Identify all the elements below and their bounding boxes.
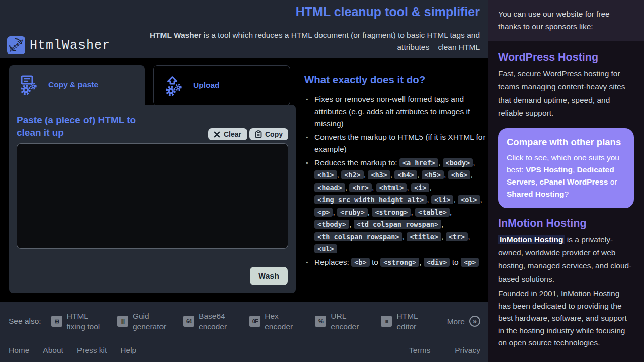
tab-copy-paste[interactable]: Copy & paste [9, 65, 145, 105]
text: ? [565, 190, 569, 198]
code-tag-chip: <ol> [458, 195, 480, 204]
paste-heading: Paste (a piece of) HTML to clean it up [17, 114, 157, 139]
text: Reduces the markup to: [314, 158, 399, 167]
wash-list-item: Replaces: <b> to <strong>, <div> to <p> [314, 256, 488, 269]
see-also-link-guid-generator[interactable]: |||Guid generator [117, 311, 173, 332]
url-encoder-icon: % [315, 316, 326, 327]
code-tag-chip: <html> [376, 183, 407, 192]
footer-link-press-kit[interactable]: Press kit [77, 346, 107, 355]
text: , [450, 208, 452, 216]
see-also-link-label: HTML editor [396, 311, 437, 332]
code-tag-chip: <head> [314, 183, 345, 192]
code-tag-chip: <td colspan rowspan> [354, 220, 442, 229]
footer-link-help[interactable]: Help [120, 346, 136, 355]
text: Converts the markup to HTML5 (if it is X… [314, 133, 486, 154]
bold-text: VPS Hosting [526, 165, 573, 174]
footer-link-about[interactable]: About [43, 346, 63, 355]
hex-encoder-icon: 0F [249, 316, 260, 327]
code-tag-chip: <li> [431, 195, 454, 204]
paste-panel: Paste (a piece of) HTML to clean it up C… [9, 105, 296, 293]
code-tag-chip: <h1> [314, 170, 337, 179]
see-also-link-label: Hex encoder [265, 311, 305, 332]
see-also-link-label: Base64 encoder [199, 311, 239, 332]
code-tag-chip: <p> [314, 208, 333, 217]
html-editor-icon: ≡ [381, 316, 392, 327]
code-tag-chip: <p> [461, 258, 479, 267]
html-fixing-tool-icon: ⊞ [51, 316, 62, 327]
text: , [407, 183, 411, 192]
code-tag-chip: <ruby> [337, 208, 368, 217]
code-tag-chip: <body> [443, 158, 473, 167]
text: or [608, 177, 617, 186]
inmotion-paragraph-1: InMotion Hosting is a privately-owned, w… [498, 233, 634, 286]
see-also-link-hex-encoder[interactable]: 0FHex encoder [249, 311, 305, 332]
wordpress-hosting-heading[interactable]: WordPress Hosting [498, 51, 634, 64]
see-also-link-more[interactable]: More» [447, 316, 480, 327]
copy-button[interactable]: Copy [249, 128, 288, 140]
code-tag-chip: <tr> [446, 232, 468, 241]
code-tag-chip: <hr> [349, 183, 372, 192]
text: , [429, 183, 431, 192]
inmotion-hosting-heading[interactable]: InMotion Hosting [498, 217, 634, 230]
footer-nav: HomeAboutPress kitHelpTermsPrivacy [9, 346, 480, 355]
tab-upload-label: Upload [193, 81, 220, 90]
footer-link-terms[interactable]: Terms [409, 346, 430, 355]
panel-buttons: Clear Copy [208, 128, 288, 140]
footer-link-privacy[interactable]: Privacy [455, 346, 480, 355]
see-also-link-html-fixing-tool[interactable]: ⊞HTML fixing tool [51, 311, 107, 332]
copy-paste-gears-icon [18, 75, 40, 95]
guid-generator-icon: ||| [117, 316, 128, 327]
clear-button-label: Clear [224, 130, 242, 138]
bold-text: Shared Hosting [507, 190, 565, 198]
text: , [364, 170, 368, 179]
site-description: HTML Washer is a tool which reduces a HT… [123, 29, 480, 53]
text: , [473, 158, 475, 167]
see-also-link-html-editor[interactable]: ≡HTML editor [381, 311, 437, 332]
text: , [441, 232, 446, 241]
copy-button-label: Copy [265, 130, 283, 138]
footer-link-home[interactable]: Home [9, 346, 29, 355]
code-tag-chip: <b> [351, 258, 369, 267]
footer: See also: ⊞HTML fixing tool|||Guid gener… [0, 302, 488, 362]
logo[interactable]: <html> HtmlWasher [7, 36, 110, 54]
code-tag-chip: <strong> [372, 208, 411, 217]
code-tag-chip: <img src width height alt> [314, 195, 427, 204]
tab-upload[interactable]: Upload [153, 65, 290, 106]
code-tag-chip: <h2> [341, 170, 364, 179]
code-tag-chip: <title> [407, 232, 441, 241]
logo-text: HtmlWasher [30, 38, 110, 53]
code-tag-chip: <h5> [422, 170, 444, 179]
bold-text: HTML Washer [150, 31, 201, 39]
text: , [417, 170, 422, 179]
see-also-link-base64-encoder[interactable]: 64Base64 encoder [183, 311, 239, 332]
code-tag-chip: <h6> [448, 170, 471, 179]
text: , [411, 208, 415, 216]
see-also-link-url-encoder[interactable]: %URL encoder [315, 311, 371, 332]
html-input-textarea[interactable] [17, 143, 288, 249]
code-tag-chip: <table> [415, 208, 450, 217]
wash-button[interactable]: Wash [250, 267, 288, 285]
text: , [480, 195, 482, 204]
compare-plans-card[interactable]: Compare with other plans Click to see, w… [498, 128, 634, 208]
text: , [372, 183, 376, 192]
clear-button[interactable]: Clear [208, 128, 247, 140]
code-tag-chip: <strong> [380, 258, 419, 267]
what-it-does-section: What exactly does it do? Fixes or remove… [304, 74, 488, 269]
htmlwasher-logo-icon: <html> [7, 36, 25, 54]
text: , [444, 170, 448, 179]
header: <html> HtmlWasher HTML cleanup tool & si… [0, 0, 488, 58]
code-tag-chip: <i> [411, 183, 429, 192]
code-tag-chip: <h3> [368, 170, 390, 179]
sponsor-sidebar: You can use our website for free thanks … [488, 0, 644, 362]
wash-list-item: Fixes or removes non-well formed tags an… [314, 93, 488, 130]
text: is a tool which reduces a HTML document … [201, 31, 480, 51]
text: Replaces: [314, 258, 351, 266]
text: , [470, 170, 472, 179]
base64-encoder-icon: 64 [183, 316, 194, 327]
text: , [427, 195, 431, 204]
text: , [349, 220, 354, 228]
tab-copy-paste-label: Copy & paste [48, 80, 98, 89]
text: Fixes or removes non-well formed tags an… [314, 95, 470, 128]
highlighted-text: InMotion Hosting [498, 235, 565, 244]
logo-html-glyph: <html> [7, 36, 25, 54]
